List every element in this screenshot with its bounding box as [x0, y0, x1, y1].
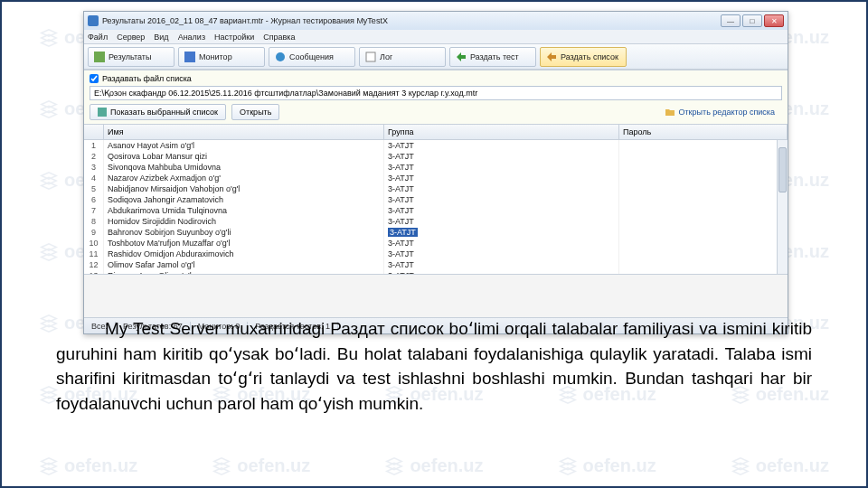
tab-messages[interactable]: Сообщения [269, 47, 355, 67]
menu-help[interactable]: Справка [263, 33, 295, 42]
monitor-icon [184, 52, 195, 62]
app-window: Результаты 2016_02_11 08_47 вариант.mtr … [83, 11, 788, 334]
students-grid: Имя Группа Пароль 1Asanov Hayot Asim o'g… [84, 124, 788, 274]
grid-header: Имя Группа Пароль [84, 125, 788, 140]
row-group: 3-ATJT [384, 183, 619, 194]
row-password [619, 259, 788, 270]
distribute-label: Раздавать файл списка [102, 74, 192, 83]
send-list-icon [546, 52, 557, 62]
table-row[interactable]: 12Olimov Safar Jamol o'g'l3-ATJT [84, 259, 788, 270]
row-group: 3-ATJT [384, 173, 619, 183]
minimize-button[interactable]: — [721, 14, 741, 27]
menubar: Файл Сервер Вид Анализ Настройки Справка [84, 30, 788, 44]
row-name: Abdukarimova Umida Tulqinovna [104, 205, 384, 216]
results-icon [94, 52, 105, 62]
tab-send-list[interactable]: Раздать список [540, 47, 627, 67]
open-editor-label: Открыть редактор списка [678, 108, 775, 117]
table-row[interactable]: 6Sodiqova Jahongir Azamatovich3-ATJT [84, 194, 788, 205]
row-name: Nabidjanov Mirsaidjon Vahobjon o'g'l [104, 183, 384, 194]
col-group-header[interactable]: Группа [384, 125, 619, 139]
row-group: 3-ATJT [384, 227, 619, 238]
menu-server[interactable]: Сервер [117, 33, 145, 42]
row-group: 3-ATJT [384, 162, 619, 173]
row-group: 3-ATJT [384, 249, 619, 259]
row-name: Rizayev Ayoz Olim o'g'l [104, 270, 384, 274]
row-group: 3-ATJT [384, 140, 619, 151]
row-group: 3-ATJT [384, 216, 619, 227]
path-input[interactable] [90, 86, 782, 100]
row-num: 10 [84, 238, 104, 249]
row-group: 3-ATJT [384, 151, 619, 162]
row-name: Qosirova Lobar Mansur qizi [104, 151, 384, 162]
table-row[interactable]: 13Rizayev Ayoz Olim o'g'l3-ATJT [84, 270, 788, 274]
svg-rect-1 [184, 52, 195, 62]
open-button[interactable]: Открыть [231, 104, 279, 120]
tab-log-label: Лог [380, 52, 392, 61]
grid-scrollbar[interactable] [777, 140, 788, 274]
show-list-button[interactable]: Показать выбранный список [90, 104, 226, 120]
row-group: 3-ATJT [384, 238, 619, 249]
tab-results[interactable]: Результаты [88, 47, 175, 67]
send-test-icon [456, 52, 467, 62]
row-password [619, 238, 788, 249]
row-password [619, 249, 788, 259]
row-group: 3-ATJT [384, 270, 619, 274]
row-password [619, 216, 788, 227]
table-row[interactable]: 9Bahronov Sobirjon Suyunboy o'g'li3-ATJT [84, 227, 788, 238]
tab-send-test[interactable]: Раздать тест [449, 47, 536, 67]
row-num: 12 [84, 259, 104, 270]
table-row[interactable]: 4Nazarov Azizbek Axmadjon o'g'3-ATJT [84, 173, 788, 183]
scrollbar-thumb[interactable] [778, 147, 787, 192]
row-password [619, 151, 788, 162]
list-icon [98, 108, 107, 117]
tab-send-test-label: Раздать тест [470, 52, 519, 61]
menu-settings[interactable]: Настройки [214, 33, 254, 42]
folder-icon [665, 108, 675, 117]
row-password [619, 173, 788, 183]
list-panel: Раздавать файл списка Показать выбранный… [84, 70, 788, 124]
row-num: 7 [84, 205, 104, 216]
open-label: Открыть [240, 108, 271, 117]
table-row[interactable]: 1Asanov Hayot Asim o'g'l3-ATJT [84, 140, 788, 151]
row-password [619, 194, 788, 205]
col-password-header[interactable]: Пароль [619, 125, 788, 139]
tab-monitor[interactable]: Монитор [178, 47, 265, 67]
row-name: Rashidov Omidjon Abduraximovich [104, 249, 384, 259]
row-password [619, 205, 788, 216]
table-row[interactable]: 10Toshbotov Ma'rufjon Muzaffar o'g'l3-AT… [84, 238, 788, 249]
row-name: Olimov Safar Jamol o'g'l [104, 259, 384, 270]
titlebar[interactable]: Результаты 2016_02_11 08_47 вариант.mtr … [84, 12, 788, 30]
row-num: 11 [84, 249, 104, 259]
row-group: 3-ATJT [384, 205, 619, 216]
menu-view[interactable]: Вид [154, 33, 168, 42]
row-name: Homidov Sirojiddin Nodirovich [104, 216, 384, 227]
tab-log[interactable]: Лог [359, 47, 446, 67]
distribute-checkbox[interactable] [90, 74, 99, 83]
window-title: Результаты 2016_02_11 08_47 вариант.mtr … [102, 16, 721, 25]
row-num: 2 [84, 151, 104, 162]
row-group: 3-ATJT [384, 259, 619, 270]
table-row[interactable]: 3Sivonqova Mahbuba Umidovna3-ATJT [84, 162, 788, 173]
log-icon [365, 52, 376, 62]
table-row[interactable]: 7Abdukarimova Umida Tulqinovna3-ATJT [84, 205, 788, 216]
table-row[interactable]: 2Qosirova Lobar Mansur qizi3-ATJT [84, 151, 788, 162]
menu-analysis[interactable]: Анализ [178, 33, 205, 42]
table-row[interactable]: 11Rashidov Omidjon Abduraximovich3-ATJT [84, 249, 788, 259]
col-name-header[interactable]: Имя [104, 125, 384, 139]
grid-body[interactable]: 1Asanov Hayot Asim o'g'l3-ATJT2Qosirova … [84, 140, 788, 274]
toolbar: Результаты Монитор Сообщения Лог Раздать… [84, 44, 788, 70]
slide-caption: My Test Server muxarriridagi Раздат спис… [56, 316, 812, 416]
row-name: Asanov Hayot Asim o'g'l [104, 140, 384, 151]
open-editor-link[interactable]: Открыть редактор списка [658, 104, 782, 120]
caption-text: My Test Server muxarriridagi Раздат спис… [56, 319, 812, 413]
close-button[interactable]: ✕ [764, 14, 784, 27]
col-num-header[interactable] [84, 125, 104, 139]
tab-monitor-label: Монитор [199, 52, 232, 61]
maximize-button[interactable]: □ [742, 14, 762, 27]
table-row[interactable]: 5Nabidjanov Mirsaidjon Vahobjon o'g'l3-A… [84, 183, 788, 194]
row-num: 6 [84, 194, 104, 205]
row-name: Sodiqova Jahongir Azamatovich [104, 194, 384, 205]
table-row[interactable]: 8Homidov Sirojiddin Nodirovich3-ATJT [84, 216, 788, 227]
row-password [619, 183, 788, 194]
menu-file[interactable]: Файл [88, 33, 108, 42]
